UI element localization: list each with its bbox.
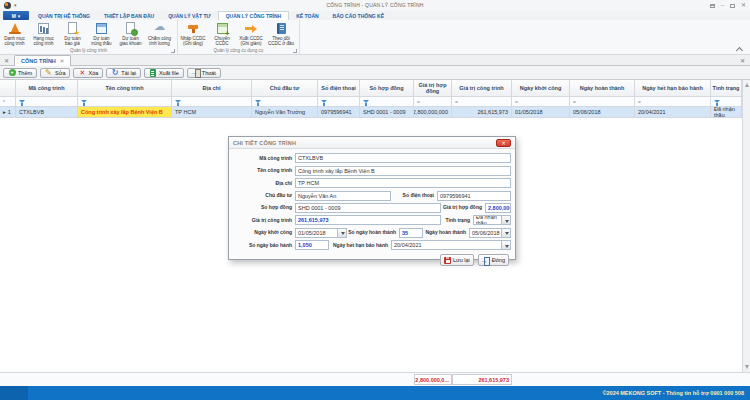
- grid-vertical-scrollbar[interactable]: [742, 80, 750, 372]
- input-ten-cong-trinh[interactable]: Công trình xây lắp Bệnh Viện B: [295, 166, 511, 176]
- filter-funnel-icon[interactable]: [714, 100, 720, 103]
- table-row[interactable]: ▸1 CTXLBVB Công trình xây lắp Bệnh Viện …: [0, 107, 742, 118]
- input-chu-dau-tu[interactable]: Nguyễn Văn An: [295, 191, 391, 201]
- filter-equals-icon[interactable]: =: [638, 99, 641, 105]
- column-header-dia-chi[interactable]: Địa chỉ: [172, 80, 252, 97]
- filter-cell[interactable]: =: [570, 97, 635, 107]
- tab-close-icon[interactable]: ✕: [60, 58, 65, 64]
- dialog-title-bar[interactable]: CHI TIẾT CÔNG TRÌNH: [229, 137, 515, 149]
- ribbon-tab-quan-ly-cong-trinh[interactable]: QUẢN LÝ CÔNG TRÌNH: [218, 11, 290, 20]
- ribbon-tab-quan-ly-vat-tu[interactable]: QUẢN LÝ VẬT TƯ: [161, 11, 217, 20]
- minimize-button[interactable]: –: [721, 1, 724, 10]
- cell-chu-dau-tu[interactable]: Nguyễn Văn Trường: [252, 107, 318, 118]
- ribbon-button-chuyen-ccdc[interactable]: ChuyểnCCDC: [208, 21, 236, 47]
- column-header-ngay-het-han-bao-hanh[interactable]: Ngày hết hạn bảo hành: [635, 80, 711, 97]
- filter-cell[interactable]: [252, 97, 318, 107]
- exit-button[interactable]: Thoát: [187, 68, 221, 78]
- input-so-hop-dong[interactable]: SHD 0001 - 0009: [295, 203, 441, 213]
- input-ma-cong-trinh[interactable]: CTXLBVB: [295, 153, 511, 163]
- tab-cong-trinh[interactable]: CÔNG TRÌNH ✕: [14, 55, 71, 66]
- ribbon-button-hang-muc-cong-trinh[interactable]: Hạng mụccông trình: [29, 21, 58, 47]
- filter-cell[interactable]: =: [414, 97, 452, 107]
- cell-ngay-hoan-thanh[interactable]: 05/06/2018: [570, 107, 635, 118]
- filter-cell[interactable]: =: [635, 97, 711, 107]
- chevron-down-icon[interactable]: [341, 232, 345, 235]
- chevron-down-icon[interactable]: [505, 232, 509, 235]
- filter-cell[interactable]: [172, 97, 252, 107]
- tabstrip-close-right-icon[interactable]: ✕: [740, 57, 745, 64]
- filter-funnel-icon[interactable]: [19, 100, 25, 103]
- filter-cell[interactable]: [711, 97, 742, 107]
- cell-gia-tri-hop-dong[interactable]: 2,800,000,000: [414, 107, 452, 118]
- column-header-so-hop-dong[interactable]: Số hợp đồng: [360, 80, 414, 97]
- filter-funnel-icon[interactable]: [255, 100, 261, 103]
- ribbon-tab-bao-cao-thong-ke[interactable]: BÁO CÁO THỐNG KÊ: [326, 11, 391, 20]
- datepicker-ngay-khoi-cong[interactable]: 01/05/2018: [295, 228, 347, 238]
- chevron-down-icon[interactable]: [505, 245, 509, 248]
- ribbon-button-du-toan-bao-gia[interactable]: Dự toánbáo giá: [58, 21, 87, 47]
- datepicker-ngay-het-han-bao-hanh[interactable]: 20/04/2021: [391, 240, 511, 250]
- input-so-ngay-hoan-thanh[interactable]: 35: [399, 228, 423, 238]
- filter-funnel-icon[interactable]: [321, 100, 327, 103]
- filter-cell[interactable]: =: [452, 97, 512, 107]
- cell-so-hop-dong[interactable]: SHD 0001 - 0009: [360, 107, 414, 118]
- filter-funnel-icon[interactable]: [175, 100, 181, 103]
- tabstrip-close-left-icon[interactable]: ✕: [4, 57, 9, 64]
- app-menu-button[interactable]: M▾: [3, 11, 29, 20]
- filter-equals-icon[interactable]: =: [417, 99, 420, 105]
- export-file-button[interactable]: Xuất file: [144, 68, 184, 78]
- filter-cell[interactable]: [360, 97, 414, 107]
- ribbon-tab-quan-tri-he-thong[interactable]: QUẢN TRỊ HỆ THỐNG: [31, 11, 97, 20]
- input-gia-tri-cong-trinh[interactable]: 261,615,973: [295, 215, 441, 225]
- style-button[interactable]: [710, 4, 715, 8]
- filter-cell[interactable]: =: [512, 97, 570, 107]
- column-header-gia-tri-hop-dong[interactable]: Giá trị hợp đồng: [414, 80, 452, 97]
- ribbon-button-du-toan-giao-khoan[interactable]: Dự toángiao khoán: [116, 21, 145, 47]
- group-dialog-launcher-icon[interactable]: [171, 49, 175, 53]
- datepicker-ngay-hoan-thanh[interactable]: 05/06/2018: [469, 228, 511, 238]
- edit-button[interactable]: Sửa: [40, 68, 70, 78]
- cell-ma-cong-trinh[interactable]: CTXLBVB: [16, 107, 78, 118]
- ribbon-collapse-icon[interactable]: [737, 46, 742, 51]
- group-dialog-launcher-icon[interactable]: [293, 49, 297, 53]
- column-header-so-dien-thoai[interactable]: Số điện thoại: [318, 80, 360, 97]
- input-so-dien-thoai[interactable]: 0979596941: [437, 191, 511, 201]
- ribbon-button-cham-cong-tinh-luong[interactable]: Chấm côngtính lương: [145, 21, 174, 47]
- delete-button[interactable]: Xóa: [73, 68, 103, 78]
- column-header-ngay-hoan-thanh[interactable]: Ngày hoàn thành: [570, 80, 635, 97]
- filter-equals-icon[interactable]: =: [455, 99, 458, 105]
- column-header-chu-dau-tu[interactable]: Chủ đầu tư: [252, 80, 318, 97]
- select-tinh-trang[interactable]: Đã nhận thầu: [473, 215, 511, 225]
- column-header-gia-tri-cong-trinh[interactable]: Giá trị công trình: [452, 80, 512, 97]
- column-header-ten-cong-trinh[interactable]: Tên công trình: [78, 80, 172, 97]
- dialog-close-button[interactable]: [496, 139, 511, 147]
- column-header-tinh-trang[interactable]: Tình trạng: [711, 80, 742, 97]
- input-dia-chi[interactable]: TP HCM: [295, 178, 511, 188]
- cell-ngay-khoi-cong[interactable]: 01/05/2018: [512, 107, 570, 118]
- input-gia-tri-hop-dong[interactable]: 2,800,000,000: [485, 203, 511, 213]
- ribbon-tab-ke-toan[interactable]: KẾ TOÁN: [289, 11, 325, 20]
- filter-cell[interactable]: [78, 97, 172, 107]
- ribbon-button-danh-muc-cong-trinh[interactable]: Danh mụccông trình: [0, 21, 29, 47]
- save-button[interactable]: Lưu lại: [440, 254, 474, 266]
- filter-funnel-icon[interactable]: [363, 100, 369, 103]
- filter-equals-icon[interactable]: =: [573, 99, 576, 105]
- filter-cell[interactable]: [318, 97, 360, 107]
- ribbon-button-nhap-ccdc[interactable]: Nhập CCDC(Ghi tăng): [178, 21, 208, 47]
- scroll-up-icon[interactable]: [745, 83, 749, 87]
- ribbon-button-theo-doi-ccdc[interactable]: Theo dõiCCDC ở đâu: [266, 21, 296, 47]
- filter-funnel-icon[interactable]: [81, 100, 87, 103]
- reload-button[interactable]: Tải lại: [106, 68, 141, 78]
- cell-ngay-het-han-bao-hanh[interactable]: 20/04/2021: [635, 107, 711, 118]
- cell-so-dien-thoai[interactable]: 0979596941: [318, 107, 360, 118]
- cell-ten-cong-trinh[interactable]: Công trình xây lắp Bệnh Viện B: [78, 107, 172, 118]
- add-button[interactable]: Thêm: [3, 68, 37, 78]
- cell-tinh-trang[interactable]: Đã nhận thầu: [711, 107, 742, 118]
- column-header-ngay-khoi-cong[interactable]: Ngày khởi công: [512, 80, 570, 97]
- column-header-ma-cong-trinh[interactable]: Mã công trình: [16, 80, 78, 97]
- dialog-close-action-button[interactable]: Đóng: [478, 254, 509, 266]
- maximize-button[interactable]: [730, 4, 735, 8]
- ribbon-button-du-toan-trung-thau[interactable]: Dự toántrúng thầu: [87, 21, 116, 47]
- cell-gia-tri-cong-trinh[interactable]: 261,615,973: [452, 107, 512, 118]
- ribbon-button-xuat-ccdc[interactable]: Xuất CCDC(Ghi giảm): [236, 21, 266, 47]
